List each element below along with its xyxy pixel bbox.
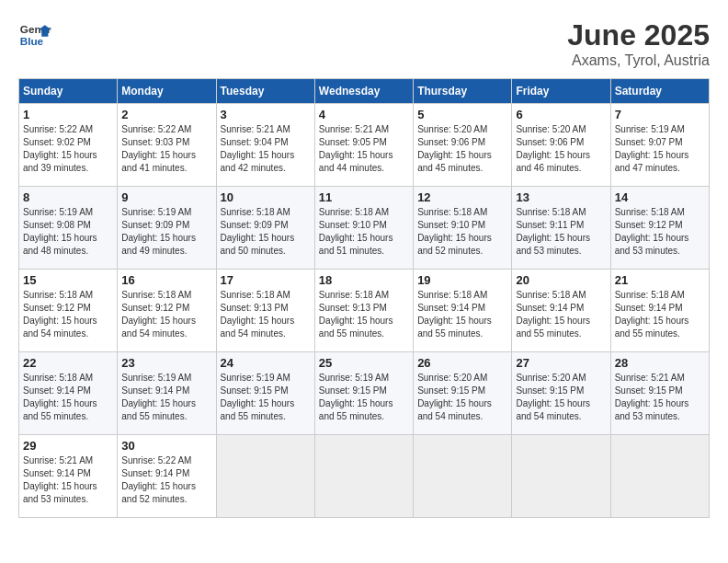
day-info: Sunrise: 5:18 AM Sunset: 9:12 PM Dayligh… <box>23 289 113 340</box>
calendar-body: 1 Sunrise: 5:22 AM Sunset: 9:02 PM Dayli… <box>19 104 710 518</box>
day-info: Sunrise: 5:18 AM Sunset: 9:10 PM Dayligh… <box>319 206 409 258</box>
day-info: Sunrise: 5:18 AM Sunset: 9:10 PM Dayligh… <box>417 206 507 258</box>
calendar-cell: 19 Sunrise: 5:18 AM Sunset: 9:14 PM Dayl… <box>414 270 512 352</box>
title-area: June 2025 Axams, Tyrol, Austria <box>567 18 710 69</box>
day-info: Sunrise: 5:18 AM Sunset: 9:14 PM Dayligh… <box>23 372 113 423</box>
location-title: Axams, Tyrol, Austria <box>567 52 710 69</box>
calendar-week-4: 22 Sunrise: 5:18 AM Sunset: 9:14 PM Dayl… <box>19 352 710 435</box>
calendar-cell: 12 Sunrise: 5:18 AM Sunset: 9:10 PM Dayl… <box>414 187 512 270</box>
calendar-cell: 4 Sunrise: 5:21 AM Sunset: 9:05 PM Dayli… <box>314 104 413 187</box>
calendar-cell <box>512 435 610 518</box>
calendar-week-2: 8 Sunrise: 5:19 AM Sunset: 9:08 PM Dayli… <box>19 187 710 270</box>
calendar-cell: 24 Sunrise: 5:19 AM Sunset: 9:15 PM Dayl… <box>216 352 314 435</box>
day-info: Sunrise: 5:22 AM Sunset: 9:03 PM Dayligh… <box>121 123 211 175</box>
calendar-cell: 22 Sunrise: 5:18 AM Sunset: 9:14 PM Dayl… <box>19 352 118 435</box>
calendar-cell: 16 Sunrise: 5:18 AM Sunset: 9:12 PM Dayl… <box>118 270 216 352</box>
calendar-cell: 13 Sunrise: 5:18 AM Sunset: 9:11 PM Dayl… <box>512 187 610 270</box>
calendar-cell: 8 Sunrise: 5:19 AM Sunset: 9:08 PM Dayli… <box>19 187 118 270</box>
page-header: General Blue June 2025 Axams, Tyrol, Aus… <box>18 18 710 69</box>
day-number: 19 <box>417 273 507 287</box>
day-info: Sunrise: 5:21 AM Sunset: 9:14 PM Dayligh… <box>23 454 113 506</box>
day-info: Sunrise: 5:18 AM Sunset: 9:14 PM Dayligh… <box>417 289 507 340</box>
calendar-cell: 18 Sunrise: 5:18 AM Sunset: 9:13 PM Dayl… <box>314 270 413 352</box>
day-number: 23 <box>121 356 211 370</box>
day-number: 17 <box>221 273 311 287</box>
day-info: Sunrise: 5:19 AM Sunset: 9:07 PM Dayligh… <box>615 123 705 175</box>
calendar-cell: 30 Sunrise: 5:22 AM Sunset: 9:14 PM Dayl… <box>118 435 216 518</box>
day-info: Sunrise: 5:18 AM Sunset: 9:13 PM Dayligh… <box>319 289 409 340</box>
calendar-week-3: 15 Sunrise: 5:18 AM Sunset: 9:12 PM Dayl… <box>19 270 710 352</box>
svg-text:Blue: Blue <box>20 35 44 47</box>
header-monday: Monday <box>118 79 216 104</box>
day-number: 29 <box>23 439 113 453</box>
header-thursday: Thursday <box>414 79 512 104</box>
day-number: 15 <box>23 273 113 287</box>
day-number: 8 <box>23 190 113 204</box>
day-info: Sunrise: 5:20 AM Sunset: 9:15 PM Dayligh… <box>417 372 507 423</box>
month-title: June 2025 <box>567 18 710 52</box>
calendar-cell: 27 Sunrise: 5:20 AM Sunset: 9:15 PM Dayl… <box>512 352 610 435</box>
day-number: 1 <box>23 108 113 121</box>
calendar-cell: 21 Sunrise: 5:18 AM Sunset: 9:14 PM Dayl… <box>610 270 709 352</box>
calendar-header-row: SundayMondayTuesdayWednesdayThursdayFrid… <box>19 79 710 104</box>
day-info: Sunrise: 5:18 AM Sunset: 9:11 PM Dayligh… <box>516 206 606 258</box>
day-info: Sunrise: 5:19 AM Sunset: 9:08 PM Dayligh… <box>23 206 113 258</box>
day-number: 16 <box>121 273 211 287</box>
day-number: 12 <box>417 190 507 204</box>
header-wednesday: Wednesday <box>314 79 413 104</box>
calendar-cell <box>610 435 709 518</box>
calendar-cell <box>414 435 512 518</box>
day-info: Sunrise: 5:20 AM Sunset: 9:06 PM Dayligh… <box>516 123 606 175</box>
day-number: 13 <box>516 190 606 204</box>
header-friday: Friday <box>512 79 610 104</box>
calendar-cell: 7 Sunrise: 5:19 AM Sunset: 9:07 PM Dayli… <box>610 104 709 187</box>
day-number: 27 <box>516 356 606 370</box>
day-info: Sunrise: 5:21 AM Sunset: 9:05 PM Dayligh… <box>319 123 409 175</box>
day-info: Sunrise: 5:19 AM Sunset: 9:14 PM Dayligh… <box>121 372 211 423</box>
day-number: 24 <box>221 356 311 370</box>
day-info: Sunrise: 5:22 AM Sunset: 9:14 PM Dayligh… <box>121 454 211 506</box>
day-info: Sunrise: 5:18 AM Sunset: 9:13 PM Dayligh… <box>221 289 311 340</box>
calendar-cell <box>314 435 413 518</box>
calendar-cell: 26 Sunrise: 5:20 AM Sunset: 9:15 PM Dayl… <box>414 352 512 435</box>
day-info: Sunrise: 5:21 AM Sunset: 9:04 PM Dayligh… <box>221 123 311 175</box>
calendar-cell: 25 Sunrise: 5:19 AM Sunset: 9:15 PM Dayl… <box>314 352 413 435</box>
day-number: 2 <box>121 108 211 121</box>
calendar-cell: 20 Sunrise: 5:18 AM Sunset: 9:14 PM Dayl… <box>512 270 610 352</box>
calendar-cell: 11 Sunrise: 5:18 AM Sunset: 9:10 PM Dayl… <box>314 187 413 270</box>
calendar-week-1: 1 Sunrise: 5:22 AM Sunset: 9:02 PM Dayli… <box>19 104 710 187</box>
day-info: Sunrise: 5:18 AM Sunset: 9:14 PM Dayligh… <box>516 289 606 340</box>
calendar-cell <box>216 435 314 518</box>
day-number: 11 <box>319 190 409 204</box>
day-info: Sunrise: 5:18 AM Sunset: 9:12 PM Dayligh… <box>121 289 211 340</box>
day-number: 7 <box>615 108 705 121</box>
calendar-cell: 3 Sunrise: 5:21 AM Sunset: 9:04 PM Dayli… <box>216 104 314 187</box>
day-number: 25 <box>319 356 409 370</box>
header-sunday: Sunday <box>19 79 118 104</box>
calendar-cell: 15 Sunrise: 5:18 AM Sunset: 9:12 PM Dayl… <box>19 270 118 352</box>
day-number: 6 <box>516 108 606 121</box>
calendar-cell: 1 Sunrise: 5:22 AM Sunset: 9:02 PM Dayli… <box>19 104 118 187</box>
day-number: 30 <box>121 439 211 453</box>
day-info: Sunrise: 5:19 AM Sunset: 9:15 PM Dayligh… <box>319 372 409 423</box>
day-number: 10 <box>221 190 311 204</box>
calendar-cell: 2 Sunrise: 5:22 AM Sunset: 9:03 PM Dayli… <box>118 104 216 187</box>
day-info: Sunrise: 5:20 AM Sunset: 9:15 PM Dayligh… <box>516 372 606 423</box>
day-info: Sunrise: 5:19 AM Sunset: 9:09 PM Dayligh… <box>121 206 211 258</box>
calendar-cell: 9 Sunrise: 5:19 AM Sunset: 9:09 PM Dayli… <box>118 187 216 270</box>
calendar-table: SundayMondayTuesdayWednesdayThursdayFrid… <box>18 78 710 518</box>
day-info: Sunrise: 5:18 AM Sunset: 9:12 PM Dayligh… <box>615 206 705 258</box>
day-info: Sunrise: 5:21 AM Sunset: 9:15 PM Dayligh… <box>615 372 705 423</box>
header-tuesday: Tuesday <box>216 79 314 104</box>
logo-icon: General Blue <box>18 18 51 52</box>
calendar-cell: 23 Sunrise: 5:19 AM Sunset: 9:14 PM Dayl… <box>118 352 216 435</box>
calendar-cell: 14 Sunrise: 5:18 AM Sunset: 9:12 PM Dayl… <box>610 187 709 270</box>
calendar-cell: 6 Sunrise: 5:20 AM Sunset: 9:06 PM Dayli… <box>512 104 610 187</box>
calendar-week-5: 29 Sunrise: 5:21 AM Sunset: 9:14 PM Dayl… <box>19 435 710 518</box>
calendar-cell: 28 Sunrise: 5:21 AM Sunset: 9:15 PM Dayl… <box>610 352 709 435</box>
calendar-cell: 5 Sunrise: 5:20 AM Sunset: 9:06 PM Dayli… <box>414 104 512 187</box>
header-saturday: Saturday <box>610 79 709 104</box>
day-number: 3 <box>221 108 311 121</box>
day-number: 18 <box>319 273 409 287</box>
day-number: 20 <box>516 273 606 287</box>
